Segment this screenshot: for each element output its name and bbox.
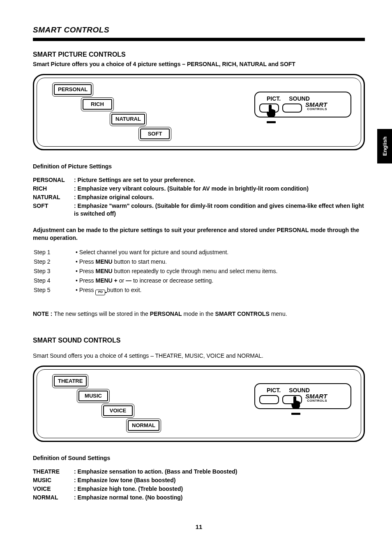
def-term: RICH — [33, 185, 74, 193]
def-desc: : Emphasize very vibrant colours. (Suita… — [74, 185, 365, 193]
def-row: THEATRE: Emphasize sensation to action. … — [33, 468, 365, 476]
option-label: THEATRE — [54, 376, 87, 386]
exit-button-icon: PD — [95, 290, 105, 295]
page-title: SMART CONTROLS — [33, 25, 365, 35]
step-label: Step 5 — [34, 286, 75, 296]
page-number: 11 — [33, 523, 365, 531]
option-label: MUSIC — [78, 391, 108, 401]
sound-intro: Smart Sound offers you a choice of 4 set… — [33, 352, 365, 360]
option-rich: RICH — [81, 97, 114, 111]
picture-section-title: SMART PICTURE CONTROLS — [33, 50, 365, 59]
hand-pointer-icon — [290, 396, 302, 416]
sound-def-heading: Definition of Sound Settings — [33, 454, 365, 462]
sound-def-table: THEATRE: Emphasize sensation to action. … — [33, 468, 365, 502]
def-term: PERSONAL — [33, 176, 74, 185]
def-term: NATURAL — [33, 193, 74, 202]
sound-section-title: SMART SOUND CONTROLS — [33, 336, 365, 345]
option-label: SOFT — [140, 129, 170, 139]
sound-panel: PICT. SOUND SMART CONTROLS — [254, 383, 351, 409]
step-text: • Press MENU button repeatedly to cycle … — [76, 267, 277, 276]
step-text: • Press MENU button to start menu. — [76, 258, 277, 267]
def-desc: : Emphasize "warm" colours. (Suitable fo… — [74, 202, 365, 219]
step-label: Step 1 — [34, 248, 75, 257]
def-row: VOICE: Emphasize high tone. (Treble boos… — [33, 485, 365, 494]
def-term: NORMAL — [33, 494, 74, 502]
def-row: MUSIC: Emphasize low tone (Bass boosted) — [33, 476, 365, 485]
option-label: NATURAL — [111, 114, 145, 124]
steps-table: Step 1• Select channel you want for pict… — [33, 248, 278, 297]
option-music: MUSIC — [77, 389, 110, 403]
def-row: SOFT: Emphasize "warm" colours. (Suitabl… — [33, 202, 365, 219]
def-row: NATURAL: Emphasize original colours. — [33, 193, 365, 202]
def-desc: : Picture Settings are set to your prefe… — [74, 176, 365, 185]
def-row: NORMAL: Emphasize normal tone. (No boost… — [33, 494, 365, 502]
adjust-paragraph: Adjustment can be made to the picture se… — [33, 226, 365, 242]
step-text: • Press PD button to exit. — [76, 286, 277, 296]
smart-brand: SMART — [305, 102, 327, 108]
def-term: SOFT — [33, 202, 74, 219]
option-voice: VOICE — [101, 404, 134, 418]
smart-label: SMART CONTROLS — [305, 102, 327, 111]
step-row: Step 3• Press MENU button repeatedly to … — [34, 267, 277, 276]
pict-button-icon — [259, 395, 279, 404]
picture-panel: PICT. SOUND SMART CONTROLS — [254, 92, 351, 117]
option-label: NORMAL — [128, 420, 159, 431]
smart-label: SMART CONTROLS — [305, 393, 327, 403]
def-desc: : Emphasize original colours. — [74, 193, 365, 202]
def-term: THEATRE — [33, 468, 74, 476]
language-tab-label: English — [381, 137, 388, 156]
sound-button-icon — [282, 104, 302, 113]
note: NOTE : The new settings will be stored i… — [33, 310, 365, 318]
step-text: • Press MENU + or — to increase or decre… — [76, 277, 277, 285]
picture-intro: Smart Picture offers you a choice of 4 p… — [33, 60, 365, 68]
option-natural: NATURAL — [110, 112, 147, 126]
step-row: Step 1• Select channel you want for pict… — [34, 248, 277, 257]
option-personal: PERSONAL — [52, 83, 93, 97]
step-label: Step 4 — [34, 277, 75, 285]
panel-pict-label: PICT. — [267, 95, 281, 103]
step-row: Step 2• Press MENU button to start menu. — [34, 258, 277, 267]
picture-def-heading: Definition of Picture Settings — [33, 163, 365, 170]
def-row: RICH: Emphasize very vibrant colours. (S… — [33, 185, 365, 193]
step-text: • Select channel you want for picture an… — [76, 248, 277, 257]
option-label: PERSONAL — [54, 84, 92, 95]
def-desc: : Emphasize high tone. (Treble boosted) — [74, 485, 365, 494]
def-term: VOICE — [33, 485, 74, 494]
option-label: VOICE — [103, 405, 133, 416]
def-row: PERSONAL: Picture Settings are set to yo… — [33, 176, 365, 185]
option-label: RICH — [83, 99, 112, 110]
language-tab: English — [377, 129, 392, 163]
step-label: Step 3 — [34, 267, 75, 276]
smart-controls-small: CONTROLS — [305, 399, 327, 403]
def-term: MUSIC — [33, 476, 74, 485]
option-theatre: THEATRE — [52, 374, 88, 388]
step-row: Step 5• Press PD button to exit. — [34, 286, 277, 296]
def-desc: : Emphasize normal tone. (No boosting) — [74, 494, 365, 502]
option-normal: NORMAL — [126, 419, 161, 432]
step-row: Step 4• Press MENU + or — to increase or… — [34, 277, 277, 285]
smart-controls-small: CONTROLS — [305, 108, 327, 111]
picture-diagram: PERSONAL RICH NATURAL SOFT PICT. SOUND S… — [33, 74, 365, 150]
hand-pointer-icon — [265, 104, 277, 124]
title-rule — [33, 38, 365, 41]
panel-pict-label: PICT. — [267, 386, 281, 394]
step-label: Step 2 — [34, 258, 75, 267]
sound-diagram: THEATRE MUSIC VOICE NORMAL PICT. SOUND S… — [33, 366, 365, 442]
def-desc: : Emphasize low tone (Bass boosted) — [74, 476, 365, 485]
picture-def-table: PERSONAL: Picture Settings are set to yo… — [33, 176, 365, 218]
smart-brand: SMART — [305, 393, 327, 399]
option-soft: SOFT — [138, 127, 171, 141]
def-desc: : Emphasize sensation to action. (Bass a… — [74, 468, 365, 476]
